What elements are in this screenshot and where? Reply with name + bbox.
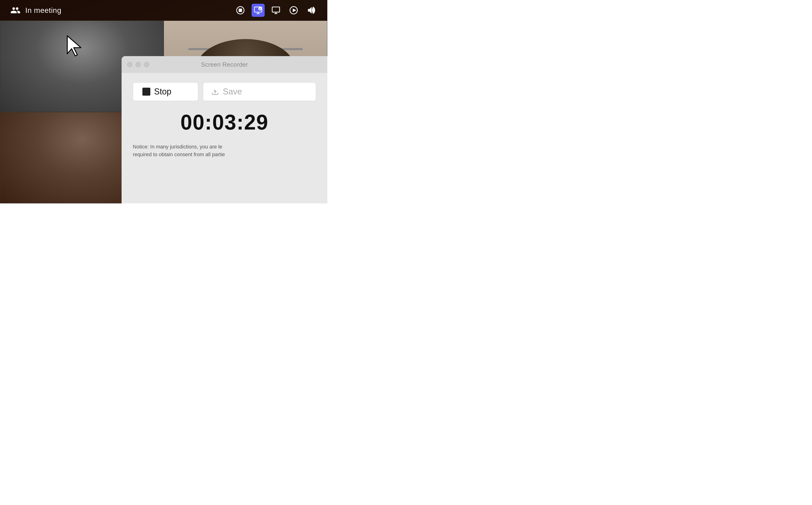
in-meeting-label: In meeting — [25, 6, 61, 15]
notice-line-1: Notice: In many jurisdictions, you are l… — [133, 144, 222, 150]
screen-recorder-titlebar: Screen Recorder — [122, 56, 327, 73]
recording-timer: 00:03:29 — [133, 110, 316, 134]
menu-bar-icons — [234, 4, 318, 17]
recorder-controls: Stop Save — [133, 82, 316, 101]
meeting-people-icon — [9, 4, 21, 16]
minimize-traffic-light[interactable] — [136, 62, 141, 67]
maximize-traffic-light[interactable] — [144, 62, 149, 67]
display-button[interactable] — [269, 4, 283, 17]
play-icon — [289, 6, 298, 15]
play-button[interactable] — [287, 4, 300, 17]
notice-line-2: required to obtain consent from all part… — [133, 152, 225, 157]
menu-bar: In meeting — [0, 0, 327, 21]
screen-share-button[interactable] — [252, 4, 265, 17]
volume-icon — [307, 6, 316, 15]
menu-bar-left: In meeting — [9, 4, 227, 16]
screen-share-icon — [254, 6, 263, 15]
stop-button-label: Stop — [154, 87, 171, 97]
traffic-lights — [127, 62, 149, 67]
upload-svg — [211, 88, 219, 96]
close-traffic-light[interactable] — [127, 62, 132, 67]
screen-recorder-panel: Screen Recorder Stop Save 00:03:29 — [122, 56, 327, 203]
record-stop-button[interactable] — [234, 4, 247, 17]
stop-square-icon — [142, 88, 150, 96]
stop-recording-button[interactable]: Stop — [133, 82, 198, 101]
volume-button[interactable] — [305, 4, 318, 17]
svg-marker-6 — [293, 9, 296, 12]
record-circle-icon — [236, 6, 245, 15]
screen-recorder-title: Screen Recorder — [201, 61, 248, 68]
save-upload-icon — [211, 87, 219, 96]
svg-rect-1 — [239, 9, 242, 12]
monitor-icon — [272, 6, 280, 15]
svg-rect-4 — [272, 7, 280, 12]
save-recording-button[interactable]: Save — [203, 82, 316, 101]
screen-recorder-body: Stop Save 00:03:29 Notice: In many juris… — [122, 73, 327, 168]
notice-text: Notice: In many jurisdictions, you are l… — [133, 143, 316, 158]
save-button-label: Save — [223, 87, 242, 97]
people-svg — [10, 5, 21, 15]
